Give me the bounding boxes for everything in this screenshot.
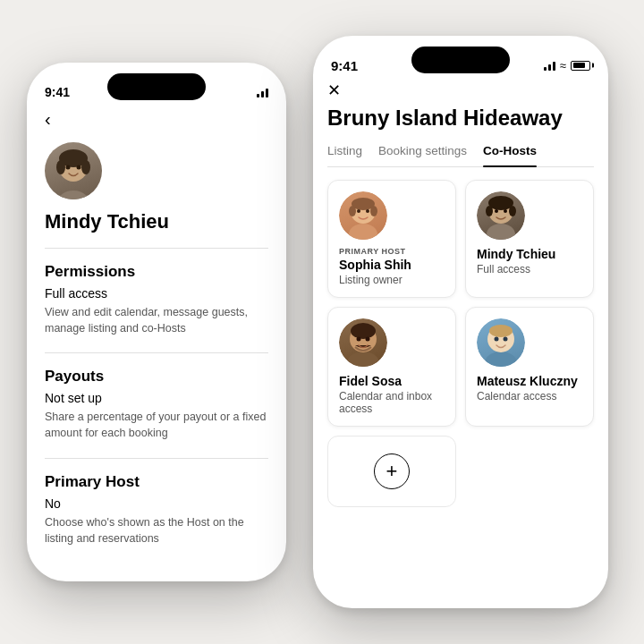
svg-point-9: [349, 206, 356, 216]
svg-point-20: [504, 209, 507, 213]
svg-point-10: [370, 206, 377, 216]
svg-point-28: [489, 325, 513, 337]
svg-point-13: [349, 224, 377, 240]
host-name: Mindy Tchieu: [45, 210, 268, 233]
cohost-card-mindy[interactable]: Mindy Tchieu Full access: [465, 180, 594, 298]
cohost-grid: Primary Host Sophia Shih Listing owner: [327, 180, 594, 507]
avatar-mindy: [45, 142, 102, 199]
tab-booking-settings[interactable]: Booking settings: [378, 144, 467, 166]
svg-point-3: [56, 160, 65, 174]
status-icons-1: [257, 87, 268, 97]
close-button[interactable]: ✕: [327, 82, 594, 98]
cohost-avatar-img-mateusz: [477, 318, 525, 367]
payouts-title: Payouts: [45, 368, 268, 386]
cohost-name-mateusz: Mateusz Kluczny: [477, 374, 582, 388]
svg-point-12: [366, 209, 369, 213]
cohost-card-sophia[interactable]: Primary Host Sophia Shih Listing owner: [327, 180, 456, 298]
status-time-2: 9:41: [331, 58, 358, 73]
divider-2: [45, 352, 268, 353]
cohost-avatar-sophia: [339, 191, 387, 240]
svg-point-19: [495, 209, 498, 213]
svg-point-6: [77, 165, 81, 170]
cohost-avatar-mateusz: [477, 318, 525, 367]
svg-point-0: [55, 191, 91, 199]
battery-icon-2: [571, 61, 590, 71]
tab-cohosts[interactable]: Co-Hosts: [483, 144, 537, 166]
divider-3: [45, 458, 268, 459]
signal-icon-1: [257, 87, 268, 97]
phone-1: 9:41 ‹: [27, 63, 286, 581]
svg-point-24: [357, 336, 361, 341]
status-icons-2: ≈: [544, 59, 590, 72]
divider-1: [45, 248, 268, 249]
cohost-avatar-img-fidel: [339, 318, 387, 367]
wifi-icon-2: ≈: [560, 59, 566, 72]
dynamic-island-1: [107, 73, 206, 100]
scene: 9:41 ‹: [0, 0, 644, 644]
phone-2-content: ✕ Bruny Island Hideaway Listing Booking …: [313, 82, 608, 507]
tab-listing[interactable]: Listing: [327, 144, 362, 166]
primary-badge-sophia: Primary Host: [339, 247, 445, 256]
permissions-title: Permissions: [45, 263, 268, 281]
svg-point-4: [81, 160, 90, 174]
signal-icon-2: [544, 60, 555, 71]
primary-host-title: Primary Host: [45, 473, 268, 491]
svg-point-26: [485, 352, 517, 367]
cohost-role-mateusz: Calendar access: [477, 390, 582, 402]
phone-2: 9:41 ≈ ✕ Bruny Island Hideaway Listing B…: [313, 36, 608, 608]
svg-point-29: [495, 336, 499, 341]
svg-point-30: [504, 336, 508, 341]
cohost-name-fidel: Fidel Sosa: [339, 374, 445, 388]
cohost-avatar-fidel: [339, 318, 387, 367]
cohost-avatar-mindy: [477, 191, 525, 240]
battery-fill: [573, 63, 586, 68]
cohost-role-fidel: Calendar and inbox access: [339, 390, 445, 415]
svg-point-21: [347, 352, 379, 367]
listing-title: Bruny Island Hideaway: [327, 106, 594, 131]
cohost-avatar-img-sophia: [339, 191, 387, 240]
phone-1-content: ‹: [27, 109, 286, 563]
cohost-name-mindy: Mindy Tchieu: [477, 247, 582, 261]
cohost-role-mindy: Full access: [477, 263, 582, 275]
cohost-card-fidel[interactable]: Fidel Sosa Calendar and inbox access: [327, 307, 456, 427]
cohost-avatar-img-mindy: [477, 191, 525, 240]
add-cohost-card[interactable]: +: [327, 436, 456, 507]
permissions-desc: View and edit calendar, message guests, …: [45, 304, 268, 336]
cohost-role-sophia: Listing owner: [339, 274, 445, 286]
svg-point-25: [366, 336, 370, 341]
svg-point-18: [509, 206, 516, 216]
status-time-1: 9:41: [45, 85, 70, 99]
avatar-image-mindy: [45, 142, 102, 199]
payouts-desc: Share a percentage of your payout or a f…: [45, 409, 268, 441]
add-label: +: [386, 462, 398, 481]
tabs-container: Listing Booking settings Co-Hosts: [327, 144, 594, 167]
cohost-card-mateusz[interactable]: Mateusz Kluczny Calendar access: [465, 307, 594, 427]
dynamic-island-2: [411, 47, 510, 73]
add-icon: +: [374, 453, 410, 489]
svg-point-14: [487, 224, 515, 240]
svg-point-5: [66, 165, 71, 170]
permissions-value: Full access: [45, 286, 268, 301]
svg-point-11: [357, 209, 360, 213]
cohost-name-sophia: Sophia Shih: [339, 258, 445, 272]
payouts-value: Not set up: [45, 391, 268, 405]
svg-point-17: [486, 206, 493, 216]
svg-point-23: [351, 323, 376, 339]
back-button[interactable]: ‹: [45, 109, 268, 130]
primary-host-desc: Choose who's shown as the Host on the li…: [45, 514, 268, 547]
primary-host-value: No: [45, 496, 268, 511]
